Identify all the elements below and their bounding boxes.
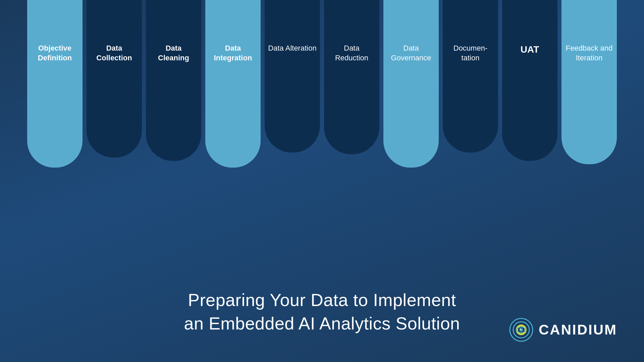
pill-wrapper-5: Data Alteration: [265, 0, 320, 153]
main-title-line1: Preparing Your Data to Implement: [184, 288, 460, 312]
pill-data-reduction: Data Reduction: [324, 0, 379, 154]
pill-data-governance: Data Governance: [383, 0, 439, 168]
canidium-logo-icon: [509, 318, 533, 342]
pill-wrapper-10: Feedback and Iteration: [561, 0, 617, 164]
pill-label-6: Data Reduction: [327, 44, 376, 63]
svg-point-6: [520, 328, 521, 330]
logo-area: CANIDIUM: [509, 318, 617, 342]
pill-wrapper-6: Data Reduction: [324, 0, 379, 154]
pill-wrapper-8: Documen- tation: [443, 0, 498, 153]
pill-objective-definition: Objective Definition: [27, 0, 83, 168]
pill-label-2: Data Collection: [90, 44, 139, 63]
main-title: Preparing Your Data to Implement an Embe…: [184, 288, 460, 335]
pill-data-cleaning: Data Cleaning: [146, 0, 201, 161]
pill-documentation: Documen- tation: [443, 0, 498, 153]
pill-wrapper-1: Objective Definition: [27, 0, 83, 168]
slide-container: Objective Definition Data Collection Dat…: [0, 0, 644, 362]
pill-wrapper-2: Data Collection: [87, 0, 142, 158]
pill-label-9: UAT: [521, 44, 539, 56]
pill-wrapper-9: UAT: [502, 0, 557, 161]
pills-area: Objective Definition Data Collection Dat…: [0, 0, 644, 168]
pill-label-3: Data Cleaning: [149, 44, 198, 63]
pill-data-collection: Data Collection: [87, 0, 142, 158]
pill-label-8: Documen- tation: [446, 44, 495, 63]
logo-text: CANIDIUM: [539, 322, 617, 338]
pill-feedback-iteration: Feedback and Iteration: [561, 0, 617, 164]
pill-wrapper-4: Data Integration: [205, 0, 261, 168]
pill-data-integration: Data Integration: [205, 0, 261, 168]
pill-label-5: Data Alteration: [268, 44, 316, 53]
pill-uat: UAT: [502, 0, 557, 161]
pill-label-7: Data Governance: [387, 44, 435, 63]
pill-data-alteration: Data Alteration: [265, 0, 320, 153]
pill-label-1: Objective Definition: [31, 44, 79, 63]
pill-label-4: Data Integration: [209, 44, 257, 63]
pill-label-10: Feedback and Iteration: [565, 44, 613, 63]
main-title-line2: an Embedded AI Analytics Solution: [184, 312, 460, 335]
pill-wrapper-3: Data Cleaning: [146, 0, 201, 161]
pill-wrapper-7: Data Governance: [383, 0, 439, 168]
